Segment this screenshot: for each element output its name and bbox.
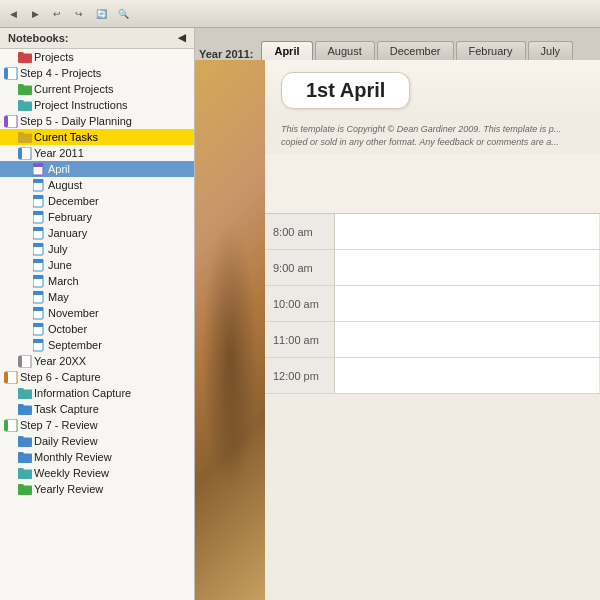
november-label: November (46, 307, 99, 319)
tab-february[interactable]: February (456, 41, 526, 60)
back-button[interactable]: ◀ (4, 5, 22, 23)
sidebar-item-may[interactable]: May (0, 289, 194, 305)
sidebar-item-yearly-review[interactable]: Yearly Review (0, 481, 194, 497)
time-cell-8am[interactable] (335, 214, 600, 249)
task-capture-label: Task Capture (32, 403, 99, 415)
sidebar-item-february[interactable]: February (0, 209, 194, 225)
projects-label: Projects (32, 51, 74, 63)
sidebar-item-april[interactable]: April (0, 161, 194, 177)
svg-rect-7 (33, 163, 43, 167)
october-icon (32, 322, 46, 336)
sidebar-item-weekly-review[interactable]: Weekly Review (0, 465, 194, 481)
svg-rect-15 (33, 227, 43, 231)
january-icon (32, 226, 46, 240)
svg-rect-29 (33, 339, 43, 343)
time-cell-12pm[interactable] (335, 358, 600, 393)
notebooks-label: Notebooks: (8, 32, 69, 44)
sync-button[interactable]: 🔄 (92, 5, 110, 23)
tab-august[interactable]: August (315, 41, 375, 60)
sidebar-item-september[interactable]: September (0, 337, 194, 353)
december-icon (32, 194, 46, 208)
svg-rect-31 (18, 356, 22, 367)
year2011-icon (18, 146, 32, 160)
time-col-header (265, 154, 335, 213)
sidebar-item-current-projects[interactable]: Current Projects (0, 81, 194, 97)
current-tasks-icon (18, 130, 32, 144)
redo-button[interactable]: ↪ (70, 5, 88, 23)
project-instructions-icon (18, 98, 32, 112)
time-cell-10am[interactable] (335, 286, 600, 321)
daily-review-icon (18, 434, 32, 448)
tab-december[interactable]: December (377, 41, 454, 60)
step7-icon (4, 418, 18, 432)
svg-rect-27 (33, 323, 43, 327)
sidebar-item-january[interactable]: January (0, 225, 194, 241)
july-label: July (46, 243, 68, 255)
tab-april[interactable]: April (261, 41, 312, 60)
toolbar: ◀ ▶ ↩ ↪ 🔄 🔍 (0, 0, 600, 28)
page-content: 1st April This template is Copyright © D… (195, 60, 600, 600)
page-main: 1st April This template is Copyright © D… (265, 60, 600, 600)
svg-rect-25 (33, 307, 43, 311)
year20xx-label: Year 20XX (32, 355, 86, 367)
time-row-11am: 11:00 am (265, 322, 600, 358)
project-instructions-label: Project Instructions (32, 99, 128, 111)
tab-july[interactable]: July (528, 41, 574, 60)
sidebar-item-project-instructions[interactable]: Project Instructions (0, 97, 194, 113)
sidebar-item-projects[interactable]: Projects (0, 49, 194, 65)
may-label: May (46, 291, 69, 303)
undo-button[interactable]: ↩ (48, 5, 66, 23)
sidebar-item-june[interactable]: June (0, 257, 194, 273)
svg-rect-1 (4, 68, 8, 79)
time-cell-11am[interactable] (335, 322, 600, 357)
sidebar-item-december[interactable]: December (0, 193, 194, 209)
forward-button[interactable]: ▶ (26, 5, 44, 23)
search-button[interactable]: 🔍 (114, 5, 132, 23)
time-row-12pm: 12:00 pm (265, 358, 600, 394)
sidebar-item-step7[interactable]: Step 7 - Review (0, 417, 194, 433)
step5-icon (4, 114, 18, 128)
page-title-section: 1st April (265, 60, 600, 117)
sidebar-item-year20xx[interactable]: Year 20XX (0, 353, 194, 369)
info-capture-icon (18, 386, 32, 400)
svg-rect-35 (4, 420, 8, 431)
sidebar-item-year2011[interactable]: Year 2011 (0, 145, 194, 161)
current-projects-icon (18, 82, 32, 96)
step6-label: Step 6 - Capture (18, 371, 101, 383)
content-area: Year 2011: AprilAugustDecemberFebruaryJu… (195, 28, 600, 600)
svg-rect-13 (33, 211, 43, 215)
svg-rect-5 (18, 148, 22, 159)
sidebar-item-current-tasks[interactable]: Curent Tasks (0, 129, 194, 145)
svg-rect-33 (4, 372, 8, 383)
copyright-text: This template is Copyright © Dean Gardin… (265, 117, 600, 154)
tabs-bar: Year 2011: AprilAugustDecemberFebruaryJu… (195, 28, 600, 60)
sidebar-item-october[interactable]: October (0, 321, 194, 337)
sidebar-item-august[interactable]: August (0, 177, 194, 193)
sidebar-item-task-capture[interactable]: Task Capture (0, 401, 194, 417)
may-icon (32, 290, 46, 304)
time-cell-9am[interactable] (335, 250, 600, 285)
sidebar-item-november[interactable]: November (0, 305, 194, 321)
sidebar-item-daily-review[interactable]: Daily Review (0, 433, 194, 449)
sidebar-item-step6[interactable]: Step 6 - Capture (0, 369, 194, 385)
current-tasks-label: Curent Tasks (32, 131, 98, 143)
collapse-arrow[interactable]: ◀ (178, 32, 186, 43)
sidebar-item-monthly-review[interactable]: Monthly Review (0, 449, 194, 465)
year-label: Year 2011: (199, 48, 253, 60)
sidebar-item-march[interactable]: March (0, 273, 194, 289)
sidebar-content[interactable]: Projects Step 4 - Projects Current Proje… (0, 49, 194, 600)
september-label: September (46, 339, 102, 351)
sidebar-item-step5[interactable]: Step 5 - Daily Planning (0, 113, 194, 129)
info-capture-label: Information Capture (32, 387, 131, 399)
sidebar-item-july[interactable]: July (0, 241, 194, 257)
sidebar-item-step4[interactable]: Step 4 - Projects (0, 65, 194, 81)
time-label-8am: 8:00 am (265, 214, 335, 249)
time-row-10am: 10:00 am (265, 286, 600, 322)
october-label: October (46, 323, 87, 335)
weekly-review-icon (18, 466, 32, 480)
sidebar: Notebooks: ◀ Projects Step 4 - Projects … (0, 28, 195, 600)
august-icon (32, 178, 46, 192)
sidebar-item-info-capture[interactable]: Information Capture (0, 385, 194, 401)
june-label: June (46, 259, 72, 271)
august-label: August (46, 179, 82, 191)
